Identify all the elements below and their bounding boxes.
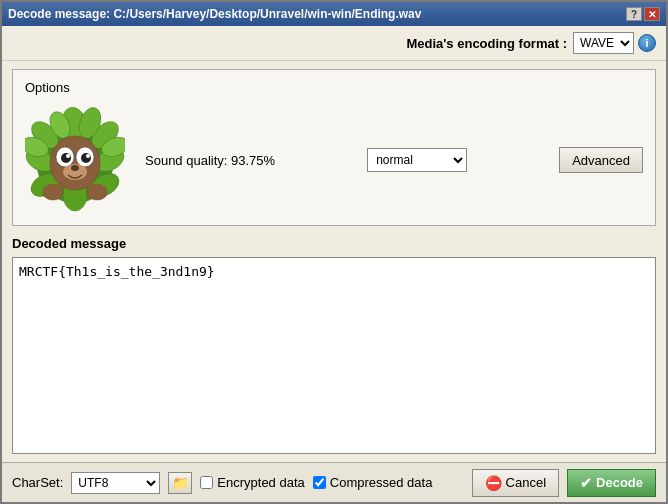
compressed-checkbox-item: Compressed data — [313, 475, 433, 490]
charset-select-wrap: UTF8 ASCII ISO-8859-1 — [71, 472, 160, 494]
svg-point-18 — [66, 154, 70, 158]
help-button[interactable]: ? — [626, 7, 642, 21]
encrypted-checkbox[interactable] — [200, 476, 213, 489]
title-bar: Decode message: C:/Users/Harvey/Desktop/… — [2, 2, 666, 26]
sound-quality-row: Sound quality: 93.75% normal low high Ad… — [145, 147, 643, 173]
mascot-image — [25, 105, 125, 215]
encoding-label: Media's encoding format : — [406, 36, 567, 51]
decode-icon: ✔ — [580, 475, 592, 491]
folder-icon: 📁 — [172, 475, 189, 491]
cancel-icon: ⛔ — [485, 475, 502, 491]
encoding-select-wrap: WAVE MP3 OGG FLAC i — [573, 32, 656, 54]
svg-point-16 — [61, 153, 71, 163]
quality-select[interactable]: normal low high — [367, 148, 467, 172]
encoding-select[interactable]: WAVE MP3 OGG FLAC — [573, 32, 634, 54]
decode-label: Decode — [596, 475, 643, 490]
options-section: Options — [12, 69, 656, 226]
bottom-bar: CharSet: UTF8 ASCII ISO-8859-1 📁 Encrypt… — [2, 462, 666, 502]
window-title: Decode message: C:/Users/Harvey/Desktop/… — [8, 7, 421, 21]
compressed-label: Compressed data — [330, 475, 433, 490]
info-icon[interactable]: i — [638, 34, 656, 52]
svg-point-31 — [99, 186, 107, 192]
encrypted-checkbox-item: Encrypted data — [200, 475, 304, 490]
svg-point-19 — [86, 154, 90, 158]
charset-select[interactable]: UTF8 ASCII ISO-8859-1 — [71, 472, 160, 494]
compressed-checkbox[interactable] — [313, 476, 326, 489]
encrypted-label: Encrypted data — [217, 475, 304, 490]
options-body: Sound quality: 93.75% normal low high Ad… — [25, 105, 643, 215]
encoding-row: Media's encoding format : WAVE MP3 OGG F… — [2, 26, 666, 61]
options-title: Options — [25, 80, 643, 95]
cancel-label: Cancel — [506, 475, 546, 490]
charset-label: CharSet: — [12, 475, 63, 490]
cancel-button[interactable]: ⛔ Cancel — [472, 469, 559, 497]
decoded-textarea[interactable] — [12, 257, 656, 454]
svg-point-21 — [71, 165, 79, 171]
main-content: Options — [2, 61, 666, 462]
decoded-section: Decoded message — [12, 236, 656, 454]
main-window: Decode message: C:/Users/Harvey/Desktop/… — [0, 0, 668, 504]
sound-quality-label: Sound quality: 93.75% — [145, 153, 275, 168]
decoded-title: Decoded message — [12, 236, 656, 251]
title-bar-buttons: ? ✕ — [626, 7, 660, 21]
svg-point-17 — [81, 153, 91, 163]
close-button[interactable]: ✕ — [644, 7, 660, 21]
svg-point-27 — [55, 185, 63, 191]
decode-button[interactable]: ✔ Decode — [567, 469, 656, 497]
folder-button[interactable]: 📁 — [168, 472, 192, 494]
advanced-button[interactable]: Advanced — [559, 147, 643, 173]
